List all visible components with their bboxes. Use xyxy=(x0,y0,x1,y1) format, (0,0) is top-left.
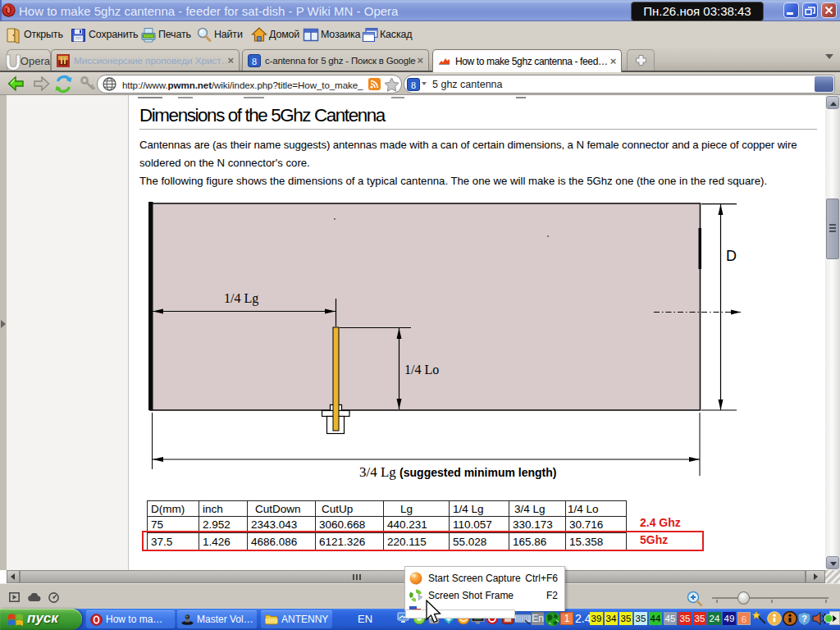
svg-text:?: ? xyxy=(801,614,807,623)
svg-text:8: 8 xyxy=(411,80,416,91)
svg-text:8: 8 xyxy=(252,55,257,66)
svg-text:1/4 Lg: 1/4 Lg xyxy=(224,291,258,306)
svg-text:1/4 Lo: 1/4 Lo xyxy=(404,363,439,377)
svg-text:3/4 Lg (suggested minimum leng: 3/4 Lg (suggested minimum length) xyxy=(359,464,556,480)
svg-text:D: D xyxy=(726,248,737,264)
